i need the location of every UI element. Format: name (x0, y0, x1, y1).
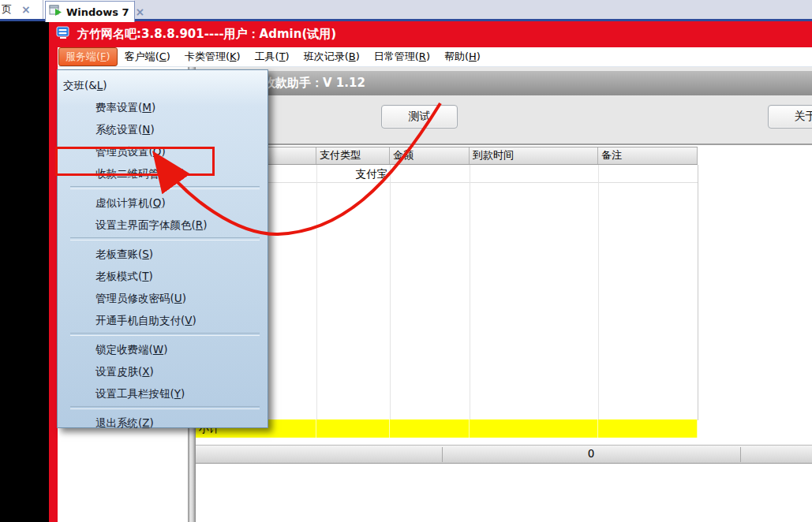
dropdown-item-2[interactable]: 系统设置(N) (58, 118, 268, 140)
dropdown-item-15-suf: ) (150, 365, 154, 378)
test-button[interactable]: 测试 (381, 105, 458, 129)
dropdown-item-18-key: Z (142, 416, 149, 429)
status-divider (740, 447, 741, 462)
dropdown-item-9-key: S (142, 248, 149, 260)
subtotal-row: 小计 (196, 419, 698, 438)
tab-bar-filler (134, 0, 812, 19)
dropdown-item-14-key: W (153, 343, 163, 356)
menubar-item-5-key: R (419, 50, 426, 62)
column-header-2[interactable]: 金额 (390, 147, 470, 164)
dropdown-item-11-key: U (174, 292, 182, 304)
browser-tab-bar: 页 × Windows 7 × (0, 0, 812, 21)
dropdown-item-7-key: R (196, 218, 203, 231)
dropdown-item-9[interactable]: 老板查账(S) (58, 243, 268, 265)
menubar-item-2-suf: ) (236, 50, 240, 62)
dropdown-item-12[interactable]: 开通手机自助支付(V) (58, 309, 268, 331)
dropdown-item-6-pre: 虚似计算机( (95, 196, 153, 209)
menubar-item-1-key: C (159, 50, 167, 62)
panel-header: 收款助手：V 1.12 (196, 71, 812, 95)
table-gridline (598, 165, 599, 420)
dropdown-item-7-pre: 设置主界面字体颜色( (95, 218, 196, 231)
menu-bar: 服务端(F)客户端(C)卡类管理(K)工具(T)班次记录(B)日常管理(R)帮助… (58, 47, 812, 67)
menu-separator (70, 406, 260, 409)
vm-window-icon (49, 5, 62, 20)
dropdown-item-0[interactable]: 交班(&L) (58, 74, 268, 96)
menubar-item-4-key: B (349, 50, 356, 62)
dropdown-item-12-key: V (185, 314, 192, 326)
menubar-item-3-pre: 工具( (255, 50, 279, 62)
dropdown-item-1-pre: 费率设置( (95, 101, 142, 114)
menubar-item-0[interactable]: 服务端(F) (58, 47, 118, 66)
tab-partial-label: 页 (2, 2, 12, 17)
column-header-3[interactable]: 到款时间 (470, 147, 598, 164)
menubar-item-4[interactable]: 班次记录(B) (297, 48, 367, 65)
menubar-item-3-key: T (279, 50, 286, 62)
menubar-item-2[interactable]: 卡类管理(K) (178, 48, 248, 65)
server-menu-dropdown: 交班(&L)费率设置(M)系统设置(N)管理员设置(O)收款二维码管理(P)虚似… (57, 69, 268, 428)
close-icon[interactable]: × (21, 3, 31, 16)
payments-table-body[interactable]: 支付宝 (196, 165, 698, 420)
payments-table-header: 支付类型金额到款时间备注 (196, 147, 698, 165)
dropdown-item-14-pre: 锁定收费端( (95, 343, 153, 356)
bottom-empty-area (196, 464, 812, 522)
dropdown-item-11[interactable]: 管理员修改密码(U) (58, 287, 268, 309)
dropdown-item-14[interactable]: 锁定收费端(W) (58, 338, 268, 360)
menu-separator (70, 186, 260, 189)
dropdown-item-16[interactable]: 设置工具栏按钮(Y) (58, 382, 268, 405)
dropdown-item-3[interactable]: 管理员设置(O) (58, 140, 268, 162)
dropdown-item-16-suf: ) (181, 387, 185, 400)
tab-windows7[interactable]: Windows 7 × (45, 1, 135, 22)
dropdown-item-10-suf: ) (149, 270, 153, 282)
dropdown-item-4[interactable]: 收款二维码管理(P) (58, 162, 268, 185)
menubar-item-0-suf: ) (107, 50, 110, 62)
dropdown-item-6[interactable]: 虚似计算机(Q) (58, 192, 268, 214)
column-header-4[interactable]: 备注 (598, 147, 698, 164)
panel-toolbar: 测试 关于 (196, 95, 812, 145)
dropdown-item-15-key: X (142, 365, 149, 378)
menubar-item-1[interactable]: 客户端(C) (118, 48, 178, 65)
menubar-item-1-suf: ) (167, 50, 170, 62)
table-cell-1: 支付宝 (316, 165, 390, 182)
dropdown-item-1-key: M (142, 101, 152, 114)
menubar-item-5[interactable]: 日常管理(R) (367, 48, 437, 65)
menubar-item-5-suf: ) (426, 50, 430, 62)
payment-assistant-panel: 收款助手：V 1.12 测试 关于 支付类型金额到款时间备注 支付宝 小计 0 (196, 67, 812, 522)
menubar-item-0-pre: 服务端( (65, 50, 100, 62)
dropdown-item-2-key: N (142, 123, 150, 136)
tab-windows7-label: Windows 7 (66, 6, 129, 18)
table-row[interactable]: 支付宝 (196, 165, 698, 183)
dropdown-item-2-suf: ) (150, 123, 154, 136)
menu-separator (70, 333, 260, 336)
table-gridline (470, 165, 470, 420)
dropdown-item-16-pre: 设置工具栏按钮( (95, 387, 174, 400)
menubar-item-6[interactable]: 帮助(H) (437, 48, 488, 65)
close-icon[interactable]: × (136, 6, 145, 18)
dropdown-item-1[interactable]: 费率设置(M) (58, 96, 268, 118)
dropdown-item-4-suf: ) (181, 167, 185, 180)
dropdown-item-18-pre: 退出系统( (95, 416, 142, 429)
tab-partial[interactable]: 页 × (0, 0, 43, 19)
menubar-item-3[interactable]: 工具(T) (248, 48, 297, 65)
status-bar: 0 (196, 445, 812, 464)
computer-icon (56, 26, 72, 43)
dropdown-item-3-key: O (153, 145, 162, 158)
dropdown-item-9-suf: ) (149, 248, 153, 260)
dropdown-item-18[interactable]: 退出系统(Z) (58, 412, 268, 434)
subtotal-cell-4 (598, 419, 698, 438)
menubar-item-6-suf: ) (477, 50, 481, 62)
dropdown-item-4-key: P (174, 167, 181, 180)
dropdown-item-10[interactable]: 老板模式(T) (58, 265, 268, 287)
column-header-1[interactable]: 支付类型 (316, 147, 390, 164)
status-total-value: 0 (442, 447, 740, 460)
dropdown-item-15[interactable]: 设置皮肤(X) (58, 360, 268, 382)
menubar-item-5-pre: 日常管理( (374, 50, 419, 62)
dropdown-item-11-pre: 管理员修改密码( (95, 292, 174, 304)
about-button[interactable]: 关于 (768, 105, 812, 129)
dropdown-item-18-suf: ) (150, 416, 154, 429)
dropdown-item-12-pre: 开通手机自助支付( (95, 314, 185, 326)
dropdown-item-15-pre: 设置皮肤( (95, 365, 142, 378)
dropdown-item-2-pre: 系统设置( (95, 123, 142, 136)
app-title: 方竹网名吧:3.8.8.901----用户：Admin(试用) (77, 27, 336, 42)
dropdown-item-7[interactable]: 设置主界面字体颜色(R) (58, 214, 268, 236)
menubar-item-3-suf: ) (286, 50, 290, 62)
